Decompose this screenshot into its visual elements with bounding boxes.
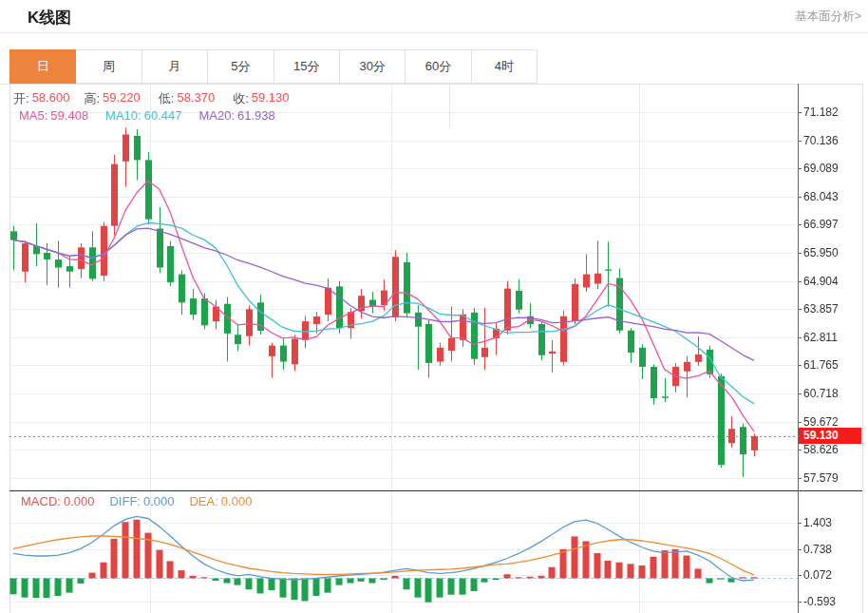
high-group: 高:59.220 (84, 90, 140, 107)
dea-group: DEA:0.000 (189, 494, 252, 508)
close-label: 收: (233, 90, 249, 107)
ma-row: MA5:59.408 MA10:60.447 MA20:61.938 (19, 108, 275, 123)
ma10-value: 60.447 (144, 108, 182, 123)
y-axis-label: 1.403 (803, 515, 862, 530)
tab-30分[interactable]: 30分 (339, 49, 406, 84)
y-axis-label: 64.904 (803, 274, 862, 289)
fundamental-analysis-link[interactable]: 基本面分析> (795, 9, 861, 25)
macd-label: MACD: (21, 494, 61, 508)
ma10-label: MA10: (105, 108, 142, 123)
ma5-label: MA5: (19, 108, 47, 123)
tab-15分[interactable]: 15分 (274, 49, 340, 84)
open-label: 开: (13, 90, 29, 107)
y-axis-label: 65.950 (803, 245, 862, 260)
low-label: 低: (159, 90, 175, 107)
dea-label: DEA: (189, 494, 217, 508)
y-axis-label: 59.672 (803, 414, 862, 430)
y-axis-label: 57.579 (803, 470, 862, 486)
tab-月[interactable]: 月 (142, 49, 208, 84)
y-axis-label: 0.738 (803, 542, 862, 557)
ohlc-row: 开:58.600 高:59.220 低:58.370 收:59.130 (13, 90, 290, 107)
tab-60分[interactable]: 60分 (405, 49, 471, 84)
low-value: 58.370 (177, 90, 215, 107)
y-axis-label: 71.182 (803, 105, 862, 120)
tab-5分[interactable]: 5分 (207, 49, 274, 84)
ma5-group: MA5:59.408 (19, 108, 88, 123)
ma20-value: 61.938 (237, 108, 275, 123)
low-group: 低:58.370 (159, 90, 215, 107)
tab-周[interactable]: 周 (75, 49, 142, 84)
y-axis-label: 70.136 (803, 133, 862, 148)
macd-value: 0.000 (64, 494, 95, 508)
diff-value: 0.000 (143, 494, 175, 508)
page-title: K线图 (28, 7, 71, 29)
close-group: 收:59.130 (233, 90, 289, 107)
period-tabs: 日周月5分15分30分60分4时 (9, 49, 538, 84)
tab-日[interactable]: 日 (9, 49, 76, 84)
y-axis-label: 62.811 (803, 330, 862, 345)
close-value: 59.130 (252, 90, 290, 107)
diff-group: DIFF:0.000 (109, 494, 174, 508)
y-axis-label: 60.718 (803, 386, 862, 401)
macd-header-row: MACD:0.000 DIFF:0.000 DEA:0.000 (21, 494, 252, 508)
ma10-group: MA10:60.447 (105, 108, 181, 123)
diff-label: DIFF: (109, 494, 141, 508)
y-axis-label: 0.072 (803, 567, 862, 583)
ma20-group: MA20:61.938 (198, 108, 274, 123)
dea-value: 0.000 (221, 494, 253, 508)
ma5-value: 59.408 (50, 108, 88, 123)
ma20-label: MA20: (198, 108, 235, 123)
high-label: 高: (84, 90, 100, 107)
y-axis-label: 69.089 (803, 161, 862, 176)
macd-group: MACD:0.000 (21, 494, 94, 508)
tab-4时[interactable]: 4时 (471, 49, 538, 84)
open-group: 开:58.600 (13, 90, 69, 107)
y-axis-label: 61.765 (803, 357, 862, 373)
open-value: 58.600 (32, 90, 70, 107)
y-axis-label: 66.997 (803, 217, 862, 232)
y-axis-label: -0.593 (803, 594, 862, 609)
high-value: 59.220 (103, 90, 141, 107)
y-axis-label: 63.857 (803, 301, 862, 316)
y-axis-label: 58.626 (803, 442, 862, 457)
y-axis-label: 68.043 (803, 189, 862, 204)
current-price-badge: 59.130 (799, 428, 861, 444)
header-divider (0, 32, 868, 33)
